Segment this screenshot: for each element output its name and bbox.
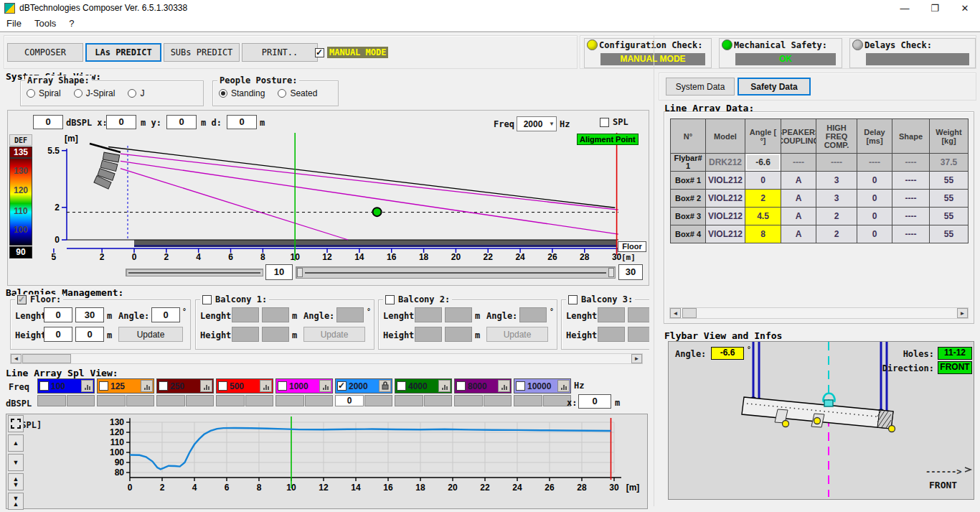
table-cell-hf[interactable]: 3 [816, 172, 857, 190]
column-header[interactable]: Model [706, 119, 745, 154]
table-cell-coupling[interactable]: A [781, 225, 816, 243]
band-chart-icon[interactable] [200, 380, 212, 392]
band-8000[interactable]: 8000 [454, 378, 512, 394]
range-slider-left-thumb[interactable] [297, 268, 303, 277]
menu-tools[interactable]: Tools [28, 17, 62, 30]
column-header[interactable]: HIGH FREQ COMP. [816, 119, 857, 154]
cursor-position-value[interactable]: 10 [265, 264, 293, 280]
manual-mode-checkbox[interactable] [315, 48, 324, 57]
spl-x-input[interactable]: 0 [578, 394, 611, 409]
table-cell-coupling[interactable]: ---- [781, 154, 816, 172]
radio-j-spiral[interactable]: J-Spiral [74, 88, 116, 98]
table-scroll-thumb[interactable] [682, 308, 697, 318]
toolbar-composer[interactable]: COMPOSER [7, 43, 83, 62]
table-cell-delay[interactable]: 0 [857, 225, 892, 243]
band-500[interactable]: 500 [216, 378, 273, 394]
balcony-update-button[interactable]: Update [303, 327, 365, 342]
band-10000-checkbox[interactable] [516, 381, 525, 391]
table-cell-angle[interactable]: 4.5 [745, 208, 781, 225]
table-cell-delay[interactable]: 0 [857, 172, 892, 190]
balcony-angle[interactable] [336, 307, 364, 322]
radio-seated[interactable]: Seated [278, 88, 317, 98]
band-chart-icon[interactable] [319, 380, 331, 392]
column-header[interactable]: Shape [892, 119, 930, 154]
range-slider-right-thumb[interactable] [608, 268, 614, 277]
radio-standing[interactable]: Standing [219, 88, 265, 98]
table-cell-shape[interactable]: ---- [892, 225, 930, 243]
balcony-update-button[interactable]: Update [486, 327, 548, 342]
column-header[interactable]: SPEAKERS COUPLING [781, 119, 816, 154]
table-cell-n[interactable]: Box# 3 [671, 208, 706, 225]
toolbar-las-predict[interactable]: LAs PREDICT [85, 43, 161, 62]
band-chart-icon[interactable] [81, 380, 93, 392]
balcony-len2[interactable] [262, 307, 289, 322]
balcony-h1[interactable] [598, 327, 625, 342]
menu-help[interactable]: ? [62, 17, 80, 30]
band-4000[interactable]: 4000 [395, 378, 452, 394]
table-cell-n[interactable]: Box# 4 [671, 225, 706, 243]
table-cell-model[interactable]: DRK212 [706, 154, 745, 172]
balcony-h2[interactable] [445, 327, 472, 342]
table-cell-hf[interactable]: 2 [816, 208, 857, 225]
floor-len1-input[interactable]: 0 [44, 307, 72, 322]
band-500-checkbox[interactable] [218, 381, 227, 391]
table-cell-n[interactable]: Box# 2 [671, 190, 706, 208]
probe-y-input[interactable]: 0 [166, 115, 197, 129]
table-cell-model[interactable]: VIOL212 [706, 225, 745, 243]
compress-scale-button[interactable]: ▼▲ [8, 493, 24, 510]
column-header[interactable]: Weight [kg] [930, 119, 969, 154]
band-chart-icon[interactable] [260, 380, 272, 392]
table-cell-coupling[interactable]: A [781, 208, 816, 225]
balcony-len1[interactable] [232, 307, 259, 322]
table-cell-coupling[interactable]: A [781, 172, 816, 190]
balcony-h2[interactable] [628, 327, 649, 342]
range-max-value[interactable]: 30 [618, 264, 643, 280]
band-2000-checkbox[interactable] [337, 381, 347, 391]
band-2000[interactable]: 2000 [335, 378, 392, 394]
floor-len2-input[interactable]: 30 [75, 307, 104, 322]
balcony-len1[interactable] [598, 307, 625, 322]
band-250[interactable]: 250 [156, 378, 214, 394]
table-cell-delay[interactable]: 0 [857, 190, 892, 208]
floor-angle-input[interactable]: 0 [151, 307, 180, 322]
balcony-h1[interactable] [232, 327, 259, 342]
radio-spiral[interactable]: Spiral [27, 88, 61, 98]
table-cell-n[interactable]: Flybar# 1 [671, 154, 706, 172]
band-8000-checkbox[interactable] [456, 381, 466, 391]
scale-down-button[interactable]: ▼ [8, 454, 24, 471]
table-cell-hf[interactable]: 2 [816, 225, 857, 243]
table-cell-hf[interactable]: 3 [816, 190, 857, 208]
floor-update-button[interactable]: Update [118, 327, 183, 342]
balcony-h2[interactable] [262, 327, 289, 342]
balcony-angle[interactable] [519, 307, 547, 322]
table-cell-angle[interactable]: -6.6 [745, 154, 781, 172]
close-button[interactable]: ✕ [950, 0, 980, 16]
band-chart-icon[interactable] [557, 380, 570, 392]
probe-dbspl-value[interactable]: 0 [33, 115, 63, 129]
zoom-slider[interactable] [126, 269, 263, 276]
band-100[interactable]: 100 [37, 378, 95, 394]
menu-file[interactable]: File [0, 17, 28, 30]
table-cell-hf[interactable]: ---- [816, 154, 857, 172]
table-cell-shape[interactable]: ---- [892, 190, 930, 208]
balcony-1-checkbox[interactable] [202, 295, 212, 304]
band-250-checkbox[interactable] [159, 381, 168, 391]
table-cell-model[interactable]: VIOL212 [706, 190, 745, 208]
band-125[interactable]: 125 [97, 378, 154, 394]
band-125-checkbox[interactable] [99, 381, 108, 391]
balconies-scrollbar[interactable]: ◄ ► [10, 353, 643, 364]
floor-checkbox[interactable] [17, 295, 27, 304]
table-cell-weight[interactable]: 55 [930, 225, 969, 243]
toolbar-print-[interactable]: PRINT.. [242, 43, 318, 62]
band-chart-icon[interactable] [498, 380, 510, 392]
band-1000[interactable]: 1000 [275, 378, 333, 394]
table-cell-weight[interactable]: 55 [930, 208, 969, 225]
balcony-h1[interactable] [415, 327, 442, 342]
band-100-checkbox[interactable] [39, 381, 49, 391]
scroll-right-icon[interactable]: ► [957, 308, 968, 318]
minimize-button[interactable]: — [890, 0, 920, 16]
band-1000-checkbox[interactable] [278, 381, 287, 391]
band-chart-icon[interactable] [141, 380, 153, 392]
band-4000-checkbox[interactable] [397, 381, 406, 391]
tab-system-data[interactable]: System Data [666, 78, 735, 96]
